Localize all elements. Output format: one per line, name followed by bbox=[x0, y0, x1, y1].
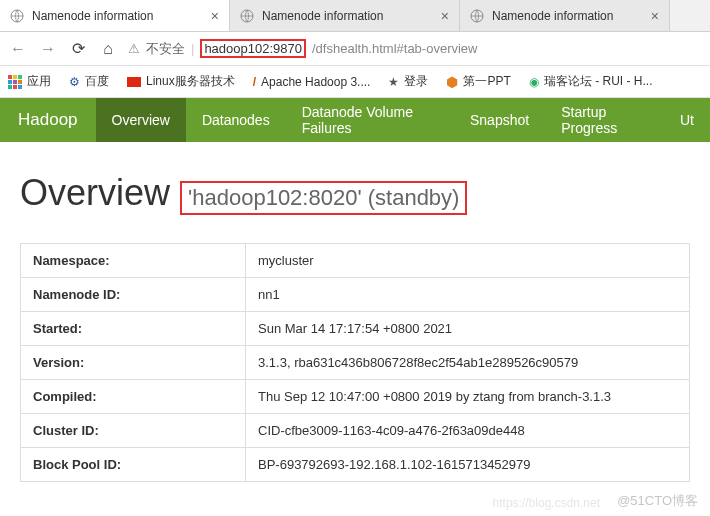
row-key: Version: bbox=[21, 346, 246, 380]
reload-button[interactable]: ⟳ bbox=[68, 39, 88, 58]
page-heading-row: Overview 'hadoop102:8020' (standby) bbox=[20, 172, 690, 215]
bookmark-hadoop[interactable]: / Apache Hadoop 3.... bbox=[253, 75, 371, 89]
browser-tab[interactable]: Namenode information × bbox=[230, 0, 460, 31]
bookmark-rui[interactable]: ◉ 瑞客论坛 - RUI - H... bbox=[529, 73, 653, 90]
bookmark-baidu[interactable]: ⚙ 百度 bbox=[69, 73, 109, 90]
hadoop-brand[interactable]: Hadoop bbox=[0, 98, 96, 142]
hexagon-icon: ⬢ bbox=[446, 74, 458, 90]
row-key: Cluster ID: bbox=[21, 414, 246, 448]
apps-label: 应用 bbox=[27, 73, 51, 90]
table-row: Namenode ID:nn1 bbox=[21, 278, 690, 312]
row-value: Sun Mar 14 17:17:54 +0800 2021 bbox=[246, 312, 690, 346]
bookmark-ppt[interactable]: ⬢ 第一PPT bbox=[446, 73, 510, 90]
nav-overview[interactable]: Overview bbox=[96, 98, 186, 142]
row-key: Block Pool ID: bbox=[21, 448, 246, 482]
overview-table: Namespace:mycluster Namenode ID:nn1 Star… bbox=[20, 243, 690, 482]
row-value: mycluster bbox=[246, 244, 690, 278]
row-value: nn1 bbox=[246, 278, 690, 312]
table-row: Cluster ID:CID-cfbe3009-1163-4c09-a476-2… bbox=[21, 414, 690, 448]
table-row: Version:3.1.3, rba631c436b806728f8ec2f54… bbox=[21, 346, 690, 380]
home-button[interactable]: ⌂ bbox=[98, 40, 118, 58]
bookmark-login[interactable]: ★ 登录 bbox=[388, 73, 428, 90]
row-key: Compiled: bbox=[21, 380, 246, 414]
back-button[interactable]: ← bbox=[8, 40, 28, 58]
close-icon[interactable]: × bbox=[211, 8, 219, 24]
circle-icon: ◉ bbox=[529, 75, 539, 89]
row-value: Thu Sep 12 10:47:00 +0800 2019 by ztang … bbox=[246, 380, 690, 414]
browser-tab-bar: Namenode information × Namenode informat… bbox=[0, 0, 710, 32]
table-row: Namespace:mycluster bbox=[21, 244, 690, 278]
close-icon[interactable]: × bbox=[441, 8, 449, 24]
slash-icon: / bbox=[253, 75, 256, 89]
star-icon: ★ bbox=[388, 75, 399, 89]
page-subtitle: 'hadoop102:8020' (standby) bbox=[180, 181, 467, 215]
address-bar: ← → ⟳ ⌂ ⚠ 不安全 | hadoop102:9870/dfshealth… bbox=[0, 32, 710, 66]
bookmarks-bar: 应用 ⚙ 百度 Linux服务器技术 / Apache Hadoop 3....… bbox=[0, 66, 710, 98]
row-value: 3.1.3, rba631c436b806728f8ec2f54ab1e2895… bbox=[246, 346, 690, 380]
insecure-label: 不安全 bbox=[146, 40, 185, 58]
tab-title: Namenode information bbox=[262, 9, 383, 23]
forward-button[interactable]: → bbox=[38, 40, 58, 58]
hadoop-nav: Hadoop Overview Datanodes Datanode Volum… bbox=[0, 98, 710, 142]
flag-icon bbox=[127, 77, 141, 87]
table-row: Started:Sun Mar 14 17:17:54 +0800 2021 bbox=[21, 312, 690, 346]
url-field[interactable]: ⚠ 不安全 | hadoop102:9870/dfshealth.html#ta… bbox=[128, 39, 702, 58]
tab-title: Namenode information bbox=[492, 9, 613, 23]
url-path: /dfshealth.html#tab-overview bbox=[312, 41, 477, 56]
apps-button[interactable]: 应用 bbox=[8, 73, 51, 90]
row-key: Namespace: bbox=[21, 244, 246, 278]
row-key: Started: bbox=[21, 312, 246, 346]
table-row: Block Pool ID:BP-693792693-192.168.1.102… bbox=[21, 448, 690, 482]
apps-icon bbox=[8, 75, 22, 89]
browser-tab[interactable]: Namenode information × bbox=[460, 0, 670, 31]
nav-snapshot[interactable]: Snapshot bbox=[454, 98, 545, 142]
nav-datanodes[interactable]: Datanodes bbox=[186, 98, 286, 142]
globe-icon bbox=[470, 9, 484, 23]
browser-tab-active[interactable]: Namenode information × bbox=[0, 0, 230, 31]
globe-icon bbox=[10, 9, 24, 23]
table-row: Compiled:Thu Sep 12 10:47:00 +0800 2019 … bbox=[21, 380, 690, 414]
globe-icon bbox=[240, 9, 254, 23]
close-icon[interactable]: × bbox=[651, 8, 659, 24]
row-value: CID-cfbe3009-1163-4c09-a476-2f63a09de448 bbox=[246, 414, 690, 448]
tab-title: Namenode information bbox=[32, 9, 153, 23]
row-key: Namenode ID: bbox=[21, 278, 246, 312]
page-title: Overview bbox=[20, 172, 170, 214]
warning-icon: ⚠ bbox=[128, 41, 140, 56]
row-value: BP-693792693-192.168.1.102-1615713452979 bbox=[246, 448, 690, 482]
nav-failures[interactable]: Datanode Volume Failures bbox=[286, 98, 454, 142]
url-highlight: hadoop102:9870 bbox=[200, 39, 306, 58]
content: Overview 'hadoop102:8020' (standby) Name… bbox=[0, 142, 710, 482]
nav-startup[interactable]: Startup Progress bbox=[545, 98, 664, 142]
paw-icon: ⚙ bbox=[69, 75, 80, 89]
bookmark-linux[interactable]: Linux服务器技术 bbox=[127, 73, 235, 90]
nav-utilities[interactable]: Ut bbox=[664, 98, 710, 142]
